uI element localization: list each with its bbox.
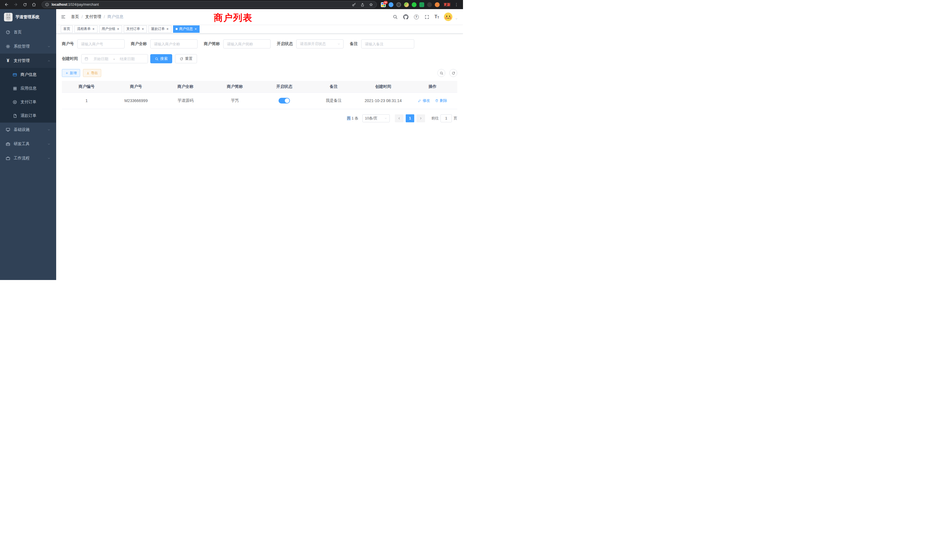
page-number-button[interactable]: 1 [406,114,414,122]
sidebar-item-workflow[interactable]: 工作流程 [0,151,56,165]
sidebar-item-label: 工作流程 [14,156,30,161]
merchant-no-input[interactable] [77,39,125,48]
extension-grid-icon[interactable]: 10 [381,2,386,7]
close-icon[interactable]: × [92,27,95,31]
refresh-table-button[interactable] [449,69,457,77]
full-name-input[interactable] [150,39,198,48]
pagination: 共 1 条 10条/页 1 前往 页 [62,114,457,122]
sidebar-item-system[interactable]: 系统管理 [0,39,56,54]
sidebar-item-label: 商户信息 [21,72,36,77]
goto-label: 前往 [431,116,439,121]
sidebar-item-payment[interactable]: ¥ 支付管理 [0,54,56,68]
cell-merchant-no: M233666999 [111,92,160,109]
status-select[interactable]: 请选择开启状态 [296,39,343,48]
url-text: localhost:1024/pay/merchant [51,3,349,6]
sidebar-item-home[interactable]: 首页 [0,25,56,39]
col-header-full-name: 商户全称 [161,81,210,92]
sidebar-logo[interactable]: 芋道管理系统 [0,9,56,25]
share-icon[interactable] [360,2,365,8]
browser-toolbar: localhost:1024/pay/merchant 10 更新 ⋮ [0,0,463,9]
browser-update-button[interactable]: 更新 [443,2,451,7]
delete-button[interactable]: 删除 [435,98,447,103]
breadcrumb-home[interactable]: 首页 [71,14,79,20]
toggle-search-button[interactable] [437,69,445,77]
cell-short-name: 芋艿 [210,92,259,109]
monitor-icon [6,127,10,132]
goto-page-input[interactable] [440,114,452,122]
close-icon[interactable]: × [194,27,197,31]
tab-pay-order[interactable]: 支付订单× [124,26,147,33]
sidebar-item-merchant-info[interactable]: 商户信息 [0,68,56,82]
toolbox-icon [6,142,10,146]
yen-icon: ¥ [6,59,10,63]
user-menu-caret-icon[interactable] [455,17,458,21]
add-button[interactable]: 新增 [62,69,80,77]
export-button[interactable]: 导出 [83,69,101,77]
col-header-remark: 备注 [309,81,359,92]
create-time-range-picker[interactable]: - [81,54,148,63]
extension-avatar-icon[interactable] [404,2,409,7]
sidebar-toggle-icon[interactable] [59,12,68,22]
breadcrumb-payment[interactable]: 支付管理 [85,14,101,20]
extension-orange-avatar-icon[interactable] [435,2,440,7]
extension-dark-ring-icon[interactable] [396,2,401,7]
url-bar[interactable]: localhost:1024/pay/merchant [42,1,377,8]
password-key-icon[interactable] [351,2,357,8]
pagination-total-rest: 1 条 [351,116,359,120]
tab-user-group[interactable]: 用户分组× [99,26,122,33]
github-icon[interactable] [403,14,409,20]
remark-input[interactable] [361,39,414,48]
tab-refund-order[interactable]: 退款订单× [148,26,172,33]
sidebar-item-label: 基础设施 [14,127,30,132]
sidebar-item-label: 首页 [14,30,22,35]
end-date-input[interactable] [117,57,138,61]
sidebar-item-label: 退款订单 [21,113,36,118]
prev-page-button[interactable] [395,114,403,122]
sidebar-item-pay-order[interactable]: 支付订单 [0,95,56,109]
next-page-button[interactable] [416,114,425,122]
calendar-icon [85,57,88,61]
page-size-select[interactable]: 10条/页 [362,114,390,122]
tags-view: 首页 流程表单× 用户分组× 支付订单× 退款订单× 商户信息× [56,24,463,34]
create-time-label: 创建时间 [62,56,78,61]
toolbar-right [437,69,457,77]
forward-button[interactable] [12,1,20,8]
extension-green-circle-icon[interactable] [412,2,416,7]
tab-merchant-info[interactable]: 商户信息× [173,26,200,33]
help-icon[interactable]: ? [413,14,419,20]
browser-menu-icon[interactable]: ⋮ [453,2,460,7]
start-date-input[interactable] [90,57,112,61]
back-button[interactable] [3,1,10,8]
sidebar-item-label: 支付管理 [14,58,30,63]
reload-button[interactable] [21,1,29,8]
reset-button[interactable]: 重置 [175,54,197,63]
font-size-icon[interactable]: TT [434,15,439,19]
short-name-input[interactable] [223,39,271,48]
status-toggle[interactable] [278,98,290,103]
navbar-actions: ? TT [392,12,458,21]
extensions-area: 10 更新 ⋮ [381,2,460,7]
user-avatar[interactable] [444,12,452,21]
fullscreen-icon[interactable] [424,14,430,20]
close-icon[interactable]: × [141,27,144,31]
sidebar-item-refund-order[interactable]: 退款订单 [0,109,56,123]
extension-dark-icon[interactable] [427,2,432,7]
edit-button[interactable]: 修改 [418,98,430,103]
close-icon[interactable]: × [166,27,169,31]
sidebar-item-app-info[interactable]: 应用信息 [0,82,56,95]
search-button[interactable]: 搜索 [150,54,172,63]
extension-green-square-icon[interactable] [419,2,424,7]
tab-home[interactable]: 首页 [61,26,73,33]
bookmark-star-icon[interactable] [368,2,374,8]
merchant-table: 商户编号 商户号 商户全称 商户简称 开启状态 备注 创建时间 操作 1 M23… [62,81,457,109]
sidebar-item-devtools[interactable]: 研发工具 [0,137,56,151]
search-icon[interactable] [392,14,398,20]
tab-process-form[interactable]: 流程表单× [74,26,97,33]
sidebar-item-infrastructure[interactable]: 基础设施 [0,123,56,137]
cell-create-time: 2021-10-23 08:31:14 [359,92,408,109]
home-button[interactable] [30,1,38,8]
close-icon[interactable]: × [117,27,120,31]
extension-drop-icon[interactable] [389,2,393,7]
site-info-icon[interactable] [45,2,49,7]
cell-full-name: 芋道源码 [161,92,210,109]
